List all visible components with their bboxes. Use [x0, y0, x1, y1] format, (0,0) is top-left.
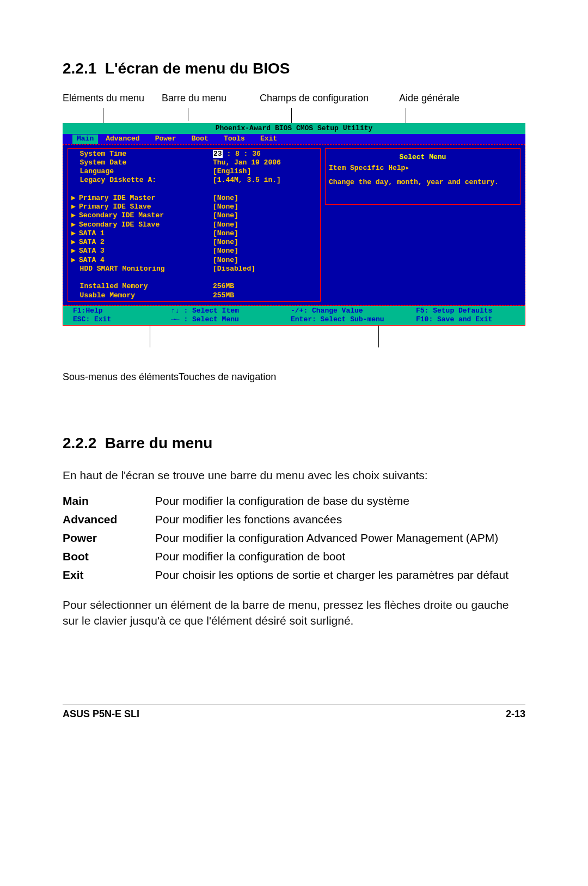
intro-text: En haut de l'écran se trouve une barre d… [63, 467, 525, 483]
section-num: 2.2.2 [63, 435, 96, 451]
page-footer: ASUS P5N-E SLI 2-13 [63, 708, 525, 720]
annot-submenus: Sous-menus des éléments [63, 371, 179, 386]
footer-left: ASUS P5N-E SLI [63, 708, 139, 720]
menu-boot[interactable]: Boot [184, 135, 216, 143]
menu-definitions: Main Pour modifier la configuration de b… [63, 494, 525, 582]
submenu-arrow-icon: ▶ [71, 247, 79, 255]
submenu-arrow-icon: ▶ [71, 256, 79, 265]
menu-power[interactable]: Power [148, 135, 184, 143]
key-f1: F1:Help [73, 307, 171, 315]
bios-title: Phoenix-Award BIOS CMOS Setup Utility [63, 123, 525, 134]
submenu-arrow-icon: ▶ [71, 229, 79, 238]
def-desc: Pour modifier la configuration de boot [155, 550, 525, 563]
bios-footer-keys: F1:Help ↑↓ : Select Item -/+: Change Val… [63, 305, 525, 326]
top-annotations: Eléments du menu Barre du menu Champs de… [63, 93, 525, 107]
help-subhead: Item Specific Help▸ [329, 164, 517, 173]
annot-navkeys: Touches de navigation [179, 371, 276, 386]
key-f5: F5: Setup Defaults [416, 307, 522, 315]
key-enter: Enter: Select Sub-menu [291, 315, 416, 324]
footer-right: 2-13 [506, 708, 525, 720]
menu-exit[interactable]: Exit [253, 135, 285, 143]
outro-text: Pour sélectionner un élément de la barre… [63, 597, 525, 629]
def-term: Boot [63, 550, 155, 563]
bios-help-panel: Select Menu Item Specific Help▸ Change t… [323, 148, 525, 302]
section-title: L'écran de menu du BIOS [105, 60, 290, 77]
submenu-arrow-icon: ▶ [71, 238, 79, 247]
key-updown: ↑↓ : Select Item [171, 307, 291, 315]
section-heading-1: 2.2.1 L'écran de menu du BIOS [63, 60, 525, 77]
bios-items-panel: System Time23 : 8 : 36 System DateThu, J… [68, 148, 321, 302]
section-title: Barre du menu [105, 435, 213, 451]
def-desc: Pour modifier la configuration de base d… [155, 494, 525, 508]
def-term: Exit [63, 569, 155, 582]
submenu-arrow-icon: ▶ [71, 194, 79, 203]
submenu-arrow-icon: ▶ [71, 211, 79, 220]
help-body: Change the day, month, year and century. [329, 178, 517, 187]
annot-menubar: Barre du menu [162, 93, 226, 104]
bottom-annotations: Sous-menus des éléments Touches de navig… [63, 371, 525, 386]
def-term: Main [63, 494, 155, 508]
bios-menubar[interactable]: Main Advanced Power Boot Tools Exit [63, 134, 525, 144]
help-header: Select Menu [329, 151, 517, 164]
submenu-arrow-icon: ▶ [71, 221, 79, 229]
section-num: 2.2.1 [63, 60, 96, 77]
key-esc: ESC: Exit [73, 315, 171, 324]
key-leftright: →← : Select Menu [171, 315, 291, 324]
key-plusminus: -/+: Change Value [291, 307, 416, 315]
key-f10: F10: Save and Exit [416, 315, 522, 324]
def-desc: Pour choisir les options de sortie et ch… [155, 569, 525, 582]
def-term: Advanced [63, 513, 155, 526]
submenu-arrow-icon: ▶ [71, 203, 79, 211]
bios-screen: Phoenix-Award BIOS CMOS Setup Utility Ma… [63, 123, 525, 326]
def-term: Power [63, 531, 155, 545]
menu-advanced[interactable]: Advanced [98, 135, 147, 143]
footer-rule [63, 705, 525, 705]
annot-help: Aide générale [399, 93, 460, 104]
menu-main[interactable]: Main [72, 135, 98, 143]
def-desc: Pour modifier les fonctions avancées [155, 513, 525, 526]
def-desc: Pour modifier la configuration Advanced … [155, 531, 525, 545]
menu-tools[interactable]: Tools [216, 135, 253, 143]
annot-fields: Champs de configuration [260, 93, 369, 104]
section-heading-2: 2.2.2 Barre du menu [63, 435, 525, 452]
annot-elements: Eléments du menu [63, 93, 144, 104]
